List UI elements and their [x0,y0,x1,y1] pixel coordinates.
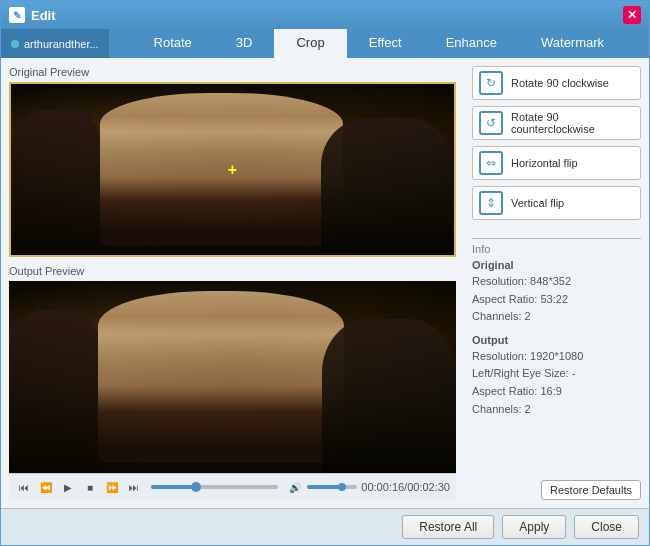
skip-back-button[interactable]: ⏮ [15,478,33,496]
file-tab-label: arthurandther... [24,38,99,50]
info-output-lr-size: Left/Right Eye Size: - [472,365,641,383]
restore-defaults-button[interactable]: Restore Defaults [541,480,641,500]
info-original-resolution: Resolution: 848*352 [472,273,641,291]
info-output-resolution: Resolution: 1920*1080 [472,348,641,366]
original-video-scene: + [11,84,454,255]
title-bar: ✎ Edit ✕ [1,1,649,29]
rotate-ccw-icon: ↺ [479,111,503,135]
nav-tabs: Rotate 3D Crop Effect Enhance Watermark [109,29,649,58]
flip-h-button[interactable]: ⇔ Horizontal flip [472,146,641,180]
window-title: Edit [31,8,623,23]
flip-v-button[interactable]: ⇕ Vertical flip [472,186,641,220]
tab-bar: arthurandther... Rotate 3D Crop Effect E… [1,29,649,58]
tab-3d[interactable]: 3D [214,29,275,58]
info-output-channels: Channels: 2 [472,401,641,419]
progress-bar[interactable] [151,485,278,489]
controls-bar: ⏮ ⏪ ▶ ■ ⏩ ⏭ 🔊 00:00:16/00:02:30 [9,473,456,500]
rotate-cw-icon: ↻ [479,71,503,95]
close-button[interactable]: Close [574,515,639,539]
info-output-label: Output [472,334,641,346]
close-icon[interactable]: ✕ [623,6,641,24]
restore-all-button[interactable]: Restore All [402,515,494,539]
window-icon: ✎ [9,7,25,23]
time-display: 00:00:16/00:02:30 [361,481,450,493]
original-preview: + [9,82,456,257]
file-dot [11,40,19,48]
right-panel: ↻ Rotate 90 clockwise ↺ Rotate 90 counte… [464,58,649,508]
output-video-scene [9,281,456,473]
rotate-ccw-label: Rotate 90 counterclockwise [511,111,634,135]
rotate-cw-button[interactable]: ↻ Rotate 90 clockwise [472,66,641,100]
output-preview [9,281,456,473]
flip-v-icon: ⇕ [479,191,503,215]
flip-h-label: Horizontal flip [511,157,578,169]
info-original-label: Original [472,259,641,271]
original-preview-label: Original Preview [9,66,456,78]
flip-v-label: Vertical flip [511,197,564,209]
tab-watermark[interactable]: Watermark [519,29,626,58]
bottom-bar: Restore All Apply Close [1,508,649,545]
volume-thumb[interactable] [338,483,346,491]
file-tab[interactable]: arthurandther... [1,29,109,58]
step-forward-button[interactable]: ⏩ [103,478,121,496]
info-divider [472,238,641,239]
content-area: Original Preview + Output Preview [1,58,649,508]
skip-forward-button[interactable]: ⏭ [125,478,143,496]
info-section: Info Original Resolution: 848*352 Aspect… [472,234,641,426]
edit-window: ✎ Edit ✕ arthurandther... Rotate 3D Crop… [0,0,650,546]
info-output-aspect: Aspect Ratio: 16:9 [472,383,641,401]
tab-crop[interactable]: Crop [274,29,346,58]
rotate-cw-label: Rotate 90 clockwise [511,77,609,89]
progress-fill [151,485,196,489]
output-section: Output Preview [9,265,456,473]
stop-button[interactable]: ■ [81,478,99,496]
volume-area: 🔊 [286,478,357,496]
info-title: Info [472,243,641,255]
info-original-block: Original Resolution: 848*352 Aspect Rati… [472,259,641,326]
volume-icon[interactable]: 🔊 [286,478,304,496]
flip-h-icon: ⇔ [479,151,503,175]
left-panel: Original Preview + Output Preview [1,58,464,508]
progress-thumb[interactable] [191,482,201,492]
crosshair-icon: + [228,161,237,179]
step-back-button[interactable]: ⏪ [37,478,55,496]
info-original-channels: Channels: 2 [472,308,641,326]
tab-enhance[interactable]: Enhance [424,29,519,58]
output-preview-label: Output Preview [9,265,456,277]
apply-button[interactable]: Apply [502,515,566,539]
info-original-aspect: Aspect Ratio: 53:22 [472,291,641,309]
info-output-block: Output Resolution: 1920*1080 Left/Right … [472,334,641,418]
output-scene-ambient [9,281,456,473]
volume-fill [307,485,342,489]
rotate-ccw-button[interactable]: ↺ Rotate 90 counterclockwise [472,106,641,140]
tab-effect[interactable]: Effect [347,29,424,58]
tab-rotate[interactable]: Rotate [132,29,214,58]
play-button[interactable]: ▶ [59,478,77,496]
volume-bar[interactable] [307,485,357,489]
